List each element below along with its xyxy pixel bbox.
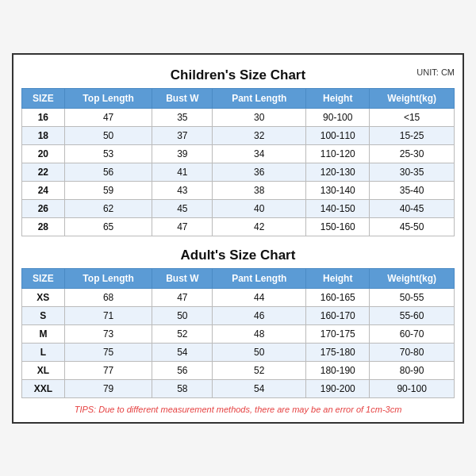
adults-col-height: Height [306,268,370,288]
table-cell: 175-180 [306,343,370,361]
table-cell: 24 [22,181,65,199]
table-cell: 79 [64,379,152,397]
table-cell: 68 [64,288,152,306]
table-cell: 46 [213,306,306,324]
table-cell: 54 [152,343,213,361]
table-cell: 35 [152,108,213,126]
table-cell: 47 [152,217,213,236]
children-col-weight: Weight(kg) [370,88,455,108]
table-cell: 34 [213,144,306,163]
table-cell: 50 [152,306,213,324]
table-cell: 38 [213,181,306,199]
table-cell: 55-60 [370,306,455,324]
table-cell: 16 [22,108,65,126]
children-col-size: SIZE [22,88,65,108]
table-cell: 41 [152,163,213,181]
table-cell: 70-80 [370,343,455,361]
table-cell: 62 [64,199,152,217]
table-cell: S [22,306,65,324]
table-cell: 42 [213,217,306,236]
table-row: 26624540140-15040-45 [22,199,455,217]
table-row: XL775652180-19080-90 [22,361,455,379]
table-cell: 43 [152,181,213,199]
adults-col-bust: Bust W [152,268,213,288]
table-cell: <15 [370,108,455,126]
table-row: S715046160-17055-60 [22,306,455,324]
table-cell: 53 [64,144,152,163]
table-cell: XXL [22,379,65,397]
table-cell: 26 [22,199,65,217]
table-cell: 30-35 [370,163,455,181]
unit-label: UNIT: CM [416,67,455,77]
table-cell: 45-50 [370,217,455,236]
table-cell: 77 [64,361,152,379]
table-cell: 25-30 [370,144,455,163]
table-cell: 100-110 [306,126,370,144]
table-cell: 160-165 [306,288,370,306]
table-cell: 47 [64,108,152,126]
table-row: XS684744160-16550-55 [22,288,455,306]
table-cell: 140-150 [306,199,370,217]
tips-text: TIPS: Due to different measurement metho… [21,405,455,414]
table-cell: 50 [64,126,152,144]
table-cell: 15-25 [370,126,455,144]
table-cell: 39 [152,144,213,163]
adults-col-size: SIZE [22,268,65,288]
table-cell: 160-170 [306,306,370,324]
table-cell: 45 [152,199,213,217]
adults-table: SIZE Top Length Bust W Pant Length Heigh… [21,268,455,398]
adults-header-row: SIZE Top Length Bust W Pant Length Heigh… [22,268,455,288]
chart-container: Children's Size Chart UNIT: CM SIZE Top … [12,53,464,424]
table-cell: 48 [213,324,306,343]
table-cell: L [22,343,65,361]
children-col-bust: Bust W [152,88,213,108]
table-cell: 130-140 [306,181,370,199]
table-cell: 40 [213,199,306,217]
table-cell: XS [22,288,65,306]
table-cell: M [22,324,65,343]
table-cell: 36 [213,163,306,181]
table-cell: 28 [22,217,65,236]
table-row: L755450175-18070-80 [22,343,455,361]
table-cell: 59 [64,181,152,199]
table-cell: 71 [64,306,152,324]
table-cell: 47 [152,288,213,306]
children-header-row: SIZE Top Length Bust W Pant Length Heigh… [22,88,455,108]
table-cell: 110-120 [306,144,370,163]
adults-col-pant-length: Pant Length [213,268,306,288]
table-cell: 65 [64,217,152,236]
table-cell: 56 [152,361,213,379]
adults-title-text: Adult's Size Chart [181,248,296,263]
children-table: SIZE Top Length Bust W Pant Length Heigh… [21,88,455,236]
table-cell: 170-175 [306,324,370,343]
children-col-height: Height [306,88,370,108]
table-cell: 52 [213,361,306,379]
table-cell: 40-45 [370,199,455,217]
table-cell: 54 [213,379,306,397]
table-cell: 35-40 [370,181,455,199]
table-cell: 20 [22,144,65,163]
table-row: M735248170-17560-70 [22,324,455,343]
table-row: 24594338130-14035-40 [22,181,455,199]
table-cell: 120-130 [306,163,370,181]
adults-col-top-length: Top Length [64,268,152,288]
table-cell: 22 [22,163,65,181]
table-row: 1647353090-100<15 [22,108,455,126]
table-cell: 37 [152,126,213,144]
table-row: 28654742150-16045-50 [22,217,455,236]
children-col-top-length: Top Length [64,88,152,108]
table-cell: 80-90 [370,361,455,379]
table-cell: 50-55 [370,288,455,306]
table-cell: 90-100 [370,379,455,397]
table-cell: 18 [22,126,65,144]
table-cell: 150-160 [306,217,370,236]
adults-col-weight: Weight(kg) [370,268,455,288]
table-cell: 190-200 [306,379,370,397]
table-cell: 60-70 [370,324,455,343]
table-row: XXL795854190-20090-100 [22,379,455,397]
table-row: 20533934110-12025-30 [22,144,455,163]
table-cell: 30 [213,108,306,126]
children-col-pant-length: Pant Length [213,88,306,108]
children-title-text: Children's Size Chart [171,67,305,83]
table-cell: 50 [213,343,306,361]
